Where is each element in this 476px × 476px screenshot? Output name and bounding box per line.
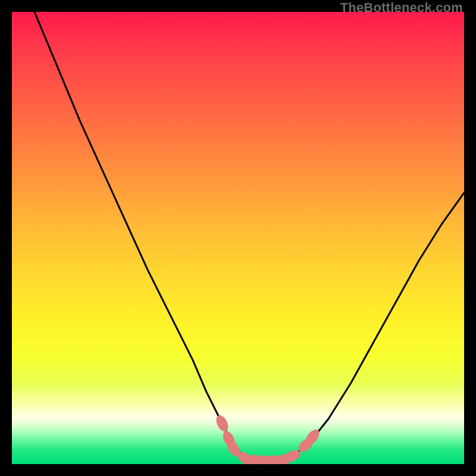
watermark-text: TheBottleneck.com bbox=[340, 0, 463, 15]
curve-path bbox=[35, 12, 464, 461]
chart-curve bbox=[35, 12, 464, 461]
chart-frame bbox=[12, 12, 464, 464]
curve-marker bbox=[214, 414, 230, 433]
chart-markers bbox=[214, 414, 321, 464]
chart-svg bbox=[12, 12, 464, 464]
